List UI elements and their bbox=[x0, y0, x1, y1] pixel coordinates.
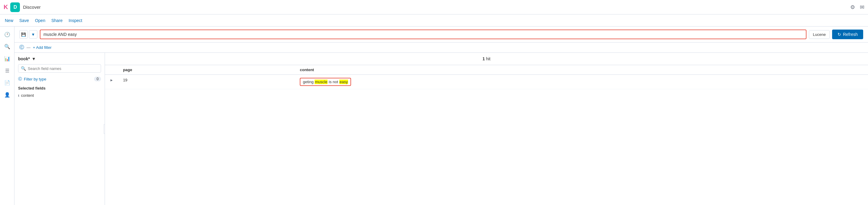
toolbar: New Save Open Share Inspect bbox=[0, 14, 868, 27]
mail-icon[interactable]: ✉ bbox=[860, 4, 864, 10]
inspect-button[interactable]: Inspect bbox=[69, 18, 82, 23]
new-button[interactable]: New bbox=[5, 18, 13, 23]
content-mid: is not bbox=[328, 79, 339, 84]
results-table: page content ► bbox=[105, 65, 868, 205]
filter-type-icon: Ⓒ bbox=[18, 76, 22, 82]
hit-label: hit bbox=[486, 56, 490, 61]
chevron-down-icon: ▼ bbox=[31, 32, 35, 37]
nav-chart-icon[interactable]: 📊 bbox=[2, 53, 13, 64]
filter-separator: — bbox=[27, 45, 30, 50]
app-letter: D bbox=[13, 4, 17, 10]
top-bar-icons: ⚙ ✉ bbox=[850, 4, 864, 10]
content-col-label: content bbox=[300, 68, 314, 72]
sidebar-search-wrap: 🔍 bbox=[18, 64, 101, 73]
nav-search-icon[interactable]: 🔍 bbox=[2, 41, 13, 52]
filter-count-badge: 0 bbox=[94, 76, 101, 81]
search-input-wrap bbox=[40, 30, 806, 39]
content-value: geting muscle is not easy bbox=[300, 78, 351, 86]
app-icon: D bbox=[10, 2, 20, 12]
index-label: book* bbox=[18, 56, 30, 61]
expand-row-button[interactable]: ► bbox=[110, 78, 114, 82]
lucene-button[interactable]: Lucene bbox=[809, 30, 830, 39]
search-dropdown-button[interactable]: ▼ bbox=[29, 30, 37, 39]
filter-icon[interactable]: Ⓒ bbox=[19, 44, 24, 50]
field-search-input[interactable] bbox=[28, 66, 98, 71]
expand-col-header bbox=[105, 65, 118, 75]
nav-list-icon[interactable]: ☰ bbox=[2, 65, 13, 76]
page-cell: 19 bbox=[118, 75, 295, 89]
table-row: ► 19 geting muscle is not easy bbox=[105, 75, 868, 89]
refresh-button[interactable]: ↻ Refresh bbox=[832, 30, 863, 39]
save-icon: 💾 bbox=[21, 32, 26, 37]
body-split: book* ▼ ◀ 🔍 Ⓒ Filter by type 0 bbox=[14, 53, 868, 205]
nav-user-icon[interactable]: 👤 bbox=[2, 89, 13, 100]
nav-folder-icon[interactable]: 📄 bbox=[2, 77, 13, 88]
field-type-label: t bbox=[18, 94, 19, 97]
sidebar: book* ▼ ◀ 🔍 Ⓒ Filter by type 0 bbox=[14, 53, 105, 205]
search-icon: 🔍 bbox=[21, 66, 26, 71]
content-pre: geting bbox=[303, 79, 315, 84]
top-bar: K D Discover ⚙ ✉ bbox=[0, 0, 868, 14]
open-button[interactable]: Open bbox=[35, 18, 45, 23]
page-title: Discover bbox=[23, 4, 850, 10]
settings-icon[interactable]: ⚙ bbox=[850, 4, 855, 10]
filter-by-type-row[interactable]: Ⓒ Filter by type 0 bbox=[18, 75, 101, 83]
results-area: 1 hit page content bbox=[105, 53, 868, 205]
filter-bar: Ⓒ — + Add filter bbox=[14, 42, 868, 53]
index-selector[interactable]: book* ▼ bbox=[18, 56, 101, 61]
chevron-down-icon: ▼ bbox=[32, 56, 36, 61]
nav-time-icon[interactable]: 🕐 bbox=[2, 29, 13, 40]
results-header: 1 hit bbox=[105, 53, 868, 65]
search-bar: 💾 ▼ Lucene ↻ Refresh bbox=[14, 27, 868, 42]
selected-fields-label: Selected fields bbox=[18, 86, 101, 91]
refresh-icon: ↻ bbox=[838, 32, 841, 37]
main-layout: 🕐 🔍 📊 ☰ 📄 👤 💾 ▼ Lucene ↻ Refres bbox=[0, 27, 868, 205]
field-name-label[interactable]: content bbox=[21, 93, 34, 98]
content-muscle: muscle bbox=[315, 79, 328, 84]
content-col-header: content bbox=[295, 65, 868, 75]
content-cell-outer: geting muscle is not easy bbox=[295, 75, 868, 89]
collapse-sidebar-button[interactable]: ◀ bbox=[104, 124, 105, 134]
content-easy: easy bbox=[339, 79, 348, 84]
page-col-label: page bbox=[123, 68, 132, 72]
save-button[interactable]: Save bbox=[19, 18, 29, 23]
field-item-content: t content bbox=[18, 92, 101, 99]
search-controls: 💾 ▼ bbox=[19, 30, 37, 39]
left-nav: 🕐 🔍 📊 ☰ 📄 👤 bbox=[0, 27, 14, 205]
share-button[interactable]: Share bbox=[51, 18, 62, 23]
content-area: 💾 ▼ Lucene ↻ Refresh Ⓒ — + Add filter bbox=[14, 27, 868, 205]
add-filter-button[interactable]: + Add filter bbox=[33, 45, 52, 50]
hit-count: 1 bbox=[483, 56, 485, 61]
page-col-header: page bbox=[118, 65, 295, 75]
kibana-logo-icon: K bbox=[4, 4, 8, 10]
save-search-button[interactable]: 💾 bbox=[19, 30, 28, 39]
page-value: 19 bbox=[123, 78, 127, 82]
filter-type-label: Filter by type bbox=[24, 77, 46, 81]
expand-cell[interactable]: ► bbox=[105, 75, 118, 89]
search-input[interactable] bbox=[43, 32, 803, 37]
refresh-label: Refresh bbox=[843, 32, 858, 37]
